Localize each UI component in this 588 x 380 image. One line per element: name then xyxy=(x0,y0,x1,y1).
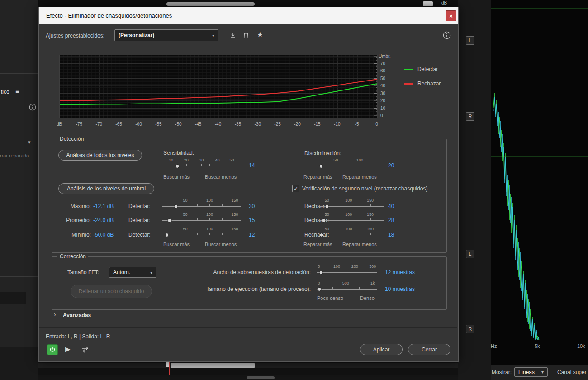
ancho-slider[interactable]: 0100200300 xyxy=(317,264,377,276)
channel-badge-l2[interactable]: L xyxy=(466,250,474,258)
close-button[interactable]: × xyxy=(446,10,456,21)
left-panel-divider xyxy=(0,73,38,74)
star-icon: ★ xyxy=(257,30,263,39)
slider-thumb[interactable] xyxy=(165,233,169,237)
discriminacion-value[interactable]: 20 xyxy=(388,162,394,169)
aplicar-button[interactable]: Aplicar xyxy=(360,344,403,355)
second-level-checkbox[interactable]: ✓ xyxy=(292,185,299,192)
mostrar-dropdown[interactable]: Líneas ▾ xyxy=(514,367,548,377)
ancho-value[interactable]: 12 muestras xyxy=(385,269,415,276)
playhead[interactable] xyxy=(169,361,170,376)
detectar-value[interactable]: 30 xyxy=(249,203,255,209)
slider-track[interactable] xyxy=(318,235,384,235)
analyzer-toolbar: Mostrar: Líneas ▾ Canal super xyxy=(491,365,588,380)
slider-thumb[interactable] xyxy=(318,287,322,291)
slider-track[interactable] xyxy=(318,220,384,221)
second-level-checkbox-label[interactable]: Verificación de segundo nivel (rechazar … xyxy=(302,185,428,192)
tamano-slider[interactable]: 05001k xyxy=(317,281,377,293)
left-tab-label[interactable]: tico xyxy=(1,89,9,95)
rechazar-slider[interactable]: 50100150 xyxy=(318,227,384,238)
slider-tick-label: 20 xyxy=(184,158,189,162)
avanzadas-chevron-icon[interactable]: › xyxy=(54,311,56,318)
avanzadas-label[interactable]: Avanzadas xyxy=(63,312,91,318)
level-row-db-value[interactable]: -12.1 dB xyxy=(93,203,114,209)
cerrar-button[interactable]: Cerrar xyxy=(408,344,450,355)
slider-thumb[interactable] xyxy=(319,233,323,237)
trash-icon xyxy=(243,32,249,39)
slider-track[interactable] xyxy=(317,289,377,290)
effect-power-toggle[interactable] xyxy=(47,344,58,355)
level-row-db-value[interactable]: -24.0 dB xyxy=(93,217,114,223)
detectar-slider[interactable]: 50100150 xyxy=(162,227,241,238)
tamano-value[interactable]: 10 muestras xyxy=(385,286,415,292)
slider-tick-label: 200 xyxy=(351,264,358,269)
slider-thumb[interactable] xyxy=(174,204,178,209)
playhead-cap[interactable] xyxy=(166,362,169,367)
detectar-value[interactable]: 12 xyxy=(249,232,255,238)
top-scrollbar[interactable] xyxy=(166,2,255,6)
slider-tick-label: 150 xyxy=(367,198,374,203)
info-icon[interactable] xyxy=(29,104,36,113)
analyze-all-levels-button[interactable]: Análisis de todos los niveles xyxy=(58,150,142,161)
sensibilidad-slider[interactable]: 1020304050 xyxy=(164,158,240,170)
save-preset-button[interactable] xyxy=(228,30,238,40)
download-icon xyxy=(229,32,237,39)
level-row-label: Mínimo: xyxy=(54,232,91,238)
power-icon xyxy=(49,347,56,353)
detectar-label: Detectar: xyxy=(128,217,151,223)
slider-thumb[interactable] xyxy=(175,164,179,168)
presets-label: Ajustes preestablecidos: xyxy=(46,33,104,39)
fft-size-dropdown[interactable]: Autom. ▾ xyxy=(109,267,156,278)
left-dropdown-chevron-icon[interactable]: ▾ xyxy=(28,139,31,145)
dialog-titlebar[interactable]: Efecto - Eliminador de chasquidos/detona… xyxy=(39,7,458,24)
preview-play-button[interactable]: ▶ xyxy=(65,345,71,353)
slider-tick-mark xyxy=(185,233,185,235)
threshold-graph-frame xyxy=(59,55,378,118)
detectar-value[interactable]: 15 xyxy=(249,217,255,223)
delete-preset-button[interactable] xyxy=(241,30,251,40)
presets-dropdown[interactable]: (Personalizar) ▾ xyxy=(114,29,218,41)
bottom-scrollbar-handle[interactable] xyxy=(247,376,275,379)
level-row-db-value[interactable]: -50.0 dB xyxy=(93,232,114,238)
detectar-slider[interactable]: 50100150 xyxy=(162,212,241,224)
legend-label: Detectar xyxy=(417,66,438,72)
slider-thumb[interactable] xyxy=(319,271,323,275)
slider-thumb[interactable] xyxy=(325,204,329,209)
rechazar-slider[interactable]: 50100150 xyxy=(318,198,384,210)
detectar-slider[interactable]: 50100150 xyxy=(162,198,241,210)
deteccion-section-title: Detección xyxy=(57,136,86,142)
channel-badge-r2[interactable]: R xyxy=(466,325,474,333)
slider-track[interactable] xyxy=(162,220,241,221)
channel-badge-r[interactable]: R xyxy=(466,112,474,121)
slider-thumb[interactable] xyxy=(322,218,326,223)
threshold-graph[interactable] xyxy=(60,55,377,118)
graph-x-axis: dB-75-70-65-60-55-50-45-40-35-30-25-20-1… xyxy=(59,122,377,128)
rechazar-slider[interactable]: 50100150 xyxy=(318,212,384,224)
slider-thumb[interactable] xyxy=(167,218,171,223)
slider-track[interactable] xyxy=(162,235,241,235)
graph-y-tick-label: 30 xyxy=(380,91,385,96)
rechazar-value[interactable]: 40 xyxy=(388,203,394,209)
favorite-button[interactable]: ★ xyxy=(255,29,265,39)
discriminacion-slider[interactable]: 50100 xyxy=(310,158,379,170)
graph-x-tick-label: -65 xyxy=(115,122,122,127)
slider-thumb[interactable] xyxy=(319,164,323,168)
loop-playback-button[interactable] xyxy=(81,346,90,355)
info-icon-glyph xyxy=(29,104,36,111)
slider-tick-label: 50 xyxy=(183,212,187,217)
rechazar-value[interactable]: 28 xyxy=(388,217,394,223)
channel-badge-l[interactable]: L xyxy=(466,36,474,45)
timeline-scrollbar-handle[interactable] xyxy=(171,363,255,368)
panel-menu-icon[interactable]: ≡ xyxy=(15,88,19,95)
graph-unit-label: Umbr. xyxy=(379,54,391,59)
help-button[interactable] xyxy=(442,30,452,40)
top-scrollbar-fragment[interactable] xyxy=(423,1,433,6)
slider-tick-label: 100 xyxy=(356,158,363,162)
declicker-dialog: Efecto - Eliminador de chasquidos/detona… xyxy=(38,7,459,362)
slider-tick-label: 50 xyxy=(183,198,187,203)
graph-y-tick-label: 20 xyxy=(380,98,385,103)
slider-track[interactable] xyxy=(317,272,377,273)
sensibilidad-value[interactable]: 14 xyxy=(249,162,255,169)
analyze-threshold-levels-button[interactable]: Análisis de los niveles de umbral xyxy=(58,183,154,194)
rechazar-value[interactable]: 18 xyxy=(388,232,394,238)
